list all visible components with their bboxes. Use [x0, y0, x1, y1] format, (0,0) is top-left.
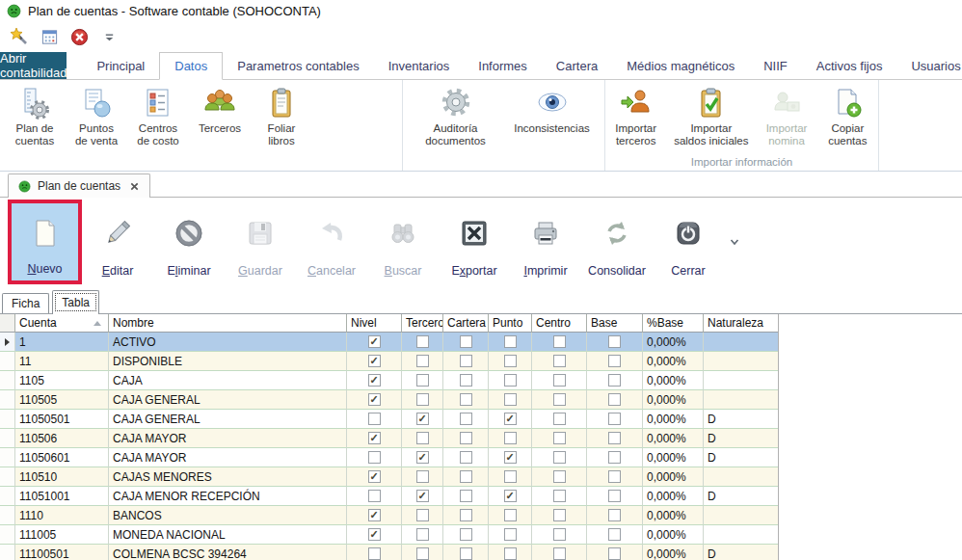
checkbox-base[interactable] — [608, 451, 621, 464]
checkbox-punto[interactable] — [504, 335, 517, 348]
table-row[interactable]: 11051001CAJA MENOR RECEPCIÓN0,000%D — [0, 487, 778, 506]
checkbox-cartera[interactable] — [460, 335, 472, 348]
imprimir-button[interactable]: Imprimir — [510, 198, 581, 287]
checkbox-tercero[interactable] — [416, 470, 429, 483]
checkbox-cartera[interactable] — [460, 413, 472, 425]
checkbox-tercero[interactable] — [416, 355, 429, 367]
checkbox-punto[interactable] — [504, 451, 517, 464]
checkbox-cartera[interactable] — [460, 393, 472, 406]
document-tab-plan-de-cuentas[interactable]: Plan de cuentas — [8, 173, 150, 198]
checkbox-nivel[interactable] — [368, 470, 381, 483]
checkbox-nivel[interactable] — [368, 374, 381, 387]
tab-tabla[interactable]: Tabla — [52, 290, 99, 314]
checkbox-centro[interactable] — [553, 393, 566, 406]
tab-informes[interactable]: Informes — [464, 52, 542, 79]
tab-activos-fijos[interactable]: Activos fijos — [802, 52, 897, 79]
checkbox-tercero[interactable] — [416, 451, 429, 464]
checkbox-cartera[interactable] — [460, 470, 472, 483]
checkbox-base[interactable] — [608, 393, 621, 406]
checkbox-punto[interactable] — [504, 470, 517, 483]
ribbon-item-importar-nomina[interactable]: Importar nomina — [756, 85, 816, 147]
guardar-button[interactable]: Guardar — [225, 198, 296, 287]
magic-wand-icon[interactable] — [10, 27, 29, 46]
calendar-grid-icon[interactable] — [40, 27, 59, 46]
checkbox-centro[interactable] — [553, 451, 566, 464]
checkbox-punto[interactable] — [504, 393, 517, 406]
tab-cartera[interactable]: Cartera — [542, 52, 612, 79]
checkbox-cartera[interactable] — [460, 528, 472, 541]
tab-medios-magneticos[interactable]: Médios magnéticos — [612, 52, 749, 79]
checkbox-tercero[interactable] — [416, 547, 429, 560]
checkbox-centro[interactable] — [553, 490, 566, 502]
column-header-tercero[interactable]: Tercero — [402, 314, 443, 333]
column-header-centro[interactable]: Centro — [532, 314, 587, 333]
checkbox-nivel[interactable] — [368, 547, 381, 560]
checkbox-punto[interactable] — [504, 490, 517, 502]
checkbox-centro[interactable] — [553, 470, 566, 483]
column-header-naturaleza[interactable]: Naturaleza — [704, 314, 779, 333]
checkbox-nivel[interactable] — [368, 432, 381, 444]
buscar-button[interactable]: Buscar — [367, 198, 439, 287]
table-row[interactable]: 111005MONEDA NACIONAL0,000% — [0, 525, 778, 545]
column-header-cartera[interactable]: Cartera — [443, 314, 489, 333]
table-row[interactable]: 11050501CAJA GENERAL0,000%D — [0, 410, 778, 429]
editar-button[interactable]: Editar — [82, 198, 153, 287]
table-row[interactable]: 1ACTIVO0,000% — [0, 333, 778, 352]
checkbox-centro[interactable] — [553, 355, 566, 367]
checkbox-cartera[interactable] — [460, 547, 472, 560]
checkbox-tercero[interactable] — [416, 335, 429, 348]
checkbox-centro[interactable] — [553, 547, 566, 560]
checkbox-nivel[interactable] — [368, 509, 381, 521]
ribbon-item-inconsistencias[interactable]: Inconsistencias — [504, 85, 601, 135]
consolidar-button[interactable]: Consolidar — [581, 198, 653, 287]
tab-datos[interactable]: Datos — [159, 52, 223, 80]
checkbox-nivel[interactable] — [368, 413, 381, 425]
ribbon-item-foliar-libros[interactable]: Foliar libros — [251, 85, 312, 147]
table-row[interactable]: 11050601CAJA MAYOR0,000%D — [0, 448, 778, 467]
checkbox-tercero[interactable] — [416, 432, 429, 444]
checkbox-punto[interactable] — [504, 355, 517, 367]
checkbox-nivel[interactable] — [368, 355, 381, 367]
checkbox-punto[interactable] — [504, 528, 517, 541]
table-row[interactable]: 1105CAJA0,000% — [0, 371, 778, 390]
tab-usuarios[interactable]: Usuarios — [896, 52, 962, 79]
checkbox-punto[interactable] — [504, 413, 517, 425]
checkbox-centro[interactable] — [553, 335, 566, 348]
table-row[interactable]: 110505CAJA GENERAL0,000% — [0, 390, 778, 410]
checkbox-centro[interactable] — [553, 509, 566, 521]
table-row[interactable]: 11100501COLMENA BCSC 3942640,000%D — [0, 545, 778, 560]
checkbox-tercero[interactable] — [416, 490, 429, 502]
close-red-icon[interactable] — [69, 27, 89, 46]
checkbox-tercero[interactable] — [416, 393, 429, 406]
ribbon-item-copiar-cuentas[interactable]: Copiar cuentas — [817, 85, 878, 147]
column-header-pbase[interactable]: %Base — [643, 314, 704, 333]
cancelar-button[interactable]: Cancelar — [296, 198, 367, 287]
customize-quick-access-icon[interactable] — [99, 27, 119, 46]
nuevo-button[interactable]: Nuevo — [8, 200, 82, 284]
table-row[interactable]: 1110BANCOS0,000% — [0, 506, 778, 525]
checkbox-tercero[interactable] — [416, 413, 429, 425]
tab-ficha[interactable]: Ficha — [2, 293, 49, 313]
checkbox-cartera[interactable] — [460, 509, 472, 521]
column-header-base[interactable]: Base — [587, 314, 643, 333]
checkbox-base[interactable] — [608, 547, 621, 560]
toolbar-more-button[interactable] — [724, 236, 745, 248]
file-button[interactable]: Abrir contabilidad — [0, 52, 67, 79]
checkbox-nivel[interactable] — [368, 393, 381, 406]
checkbox-nivel[interactable] — [368, 335, 381, 348]
checkbox-base[interactable] — [608, 432, 621, 444]
exportar-button[interactable]: Exportar — [439, 198, 510, 287]
checkbox-centro[interactable] — [553, 528, 566, 541]
ribbon-item-centros-de-costo[interactable]: Centros de costo — [127, 85, 189, 147]
checkbox-centro[interactable] — [553, 413, 566, 425]
ribbon-item-auditoria-documentos[interactable]: Auditoría documentos — [408, 85, 504, 147]
checkbox-cartera[interactable] — [460, 451, 472, 464]
tab-parametros-contables[interactable]: Parametros contables — [223, 52, 373, 79]
checkbox-base[interactable] — [608, 470, 621, 483]
checkbox-base[interactable] — [608, 335, 621, 348]
checkbox-tercero[interactable] — [416, 509, 429, 521]
checkbox-tercero[interactable] — [416, 528, 429, 541]
checkbox-centro[interactable] — [553, 432, 566, 444]
checkbox-nivel[interactable] — [368, 451, 381, 464]
checkbox-cartera[interactable] — [460, 432, 472, 444]
